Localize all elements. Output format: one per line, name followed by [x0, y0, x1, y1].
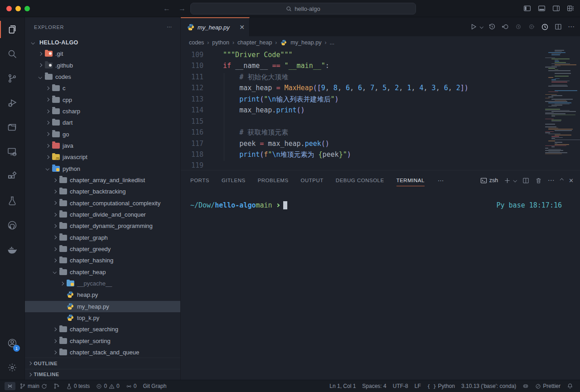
tree-item-javascript[interactable]: javascript	[25, 151, 180, 163]
split-editor-icon[interactable]	[555, 23, 562, 30]
breadcrumb-item[interactable]: my_heap.py	[290, 39, 321, 46]
python-interpreter[interactable]: 3.10.13 ('base': conda)	[459, 382, 518, 390]
close-window-button[interactable]	[6, 6, 12, 11]
explorer-more-actions-icon[interactable]: ⋯	[167, 24, 172, 30]
activity-source-control-icon[interactable]	[0, 66, 24, 91]
activity-remote-explorer-icon[interactable]	[0, 140, 24, 164]
panel-tab-gitlens[interactable]: GITLENS	[222, 170, 246, 190]
tree-item-chapter_sorting[interactable]: chapter_sorting	[25, 335, 180, 347]
history-forward-icon[interactable]: →	[179, 5, 186, 13]
tab-my-heap-py[interactable]: my_heap.py ✕	[181, 17, 250, 36]
breadcrumb-item[interactable]: ...	[329, 39, 334, 46]
customize-layout-icon[interactable]	[567, 5, 575, 12]
close-tab-icon[interactable]: ✕	[239, 24, 245, 31]
activity-extensions-icon[interactable]	[0, 164, 24, 189]
tests-indicator[interactable]: 0 tests	[64, 382, 92, 390]
tree-item-java[interactable]: java	[25, 140, 180, 151]
minimap[interactable]	[545, 50, 578, 153]
git-graph-button[interactable]: Git Graph	[140, 382, 169, 390]
remote-indicator[interactable]	[5, 382, 15, 390]
panel-more-actions-icon[interactable]: ⋯	[548, 176, 555, 184]
notifications[interactable]	[565, 382, 575, 390]
kill-terminal-trash-icon[interactable]	[535, 177, 542, 184]
activity-accounts-icon[interactable]: 1	[0, 331, 24, 355]
tree-item-chapter_hashing[interactable]: chapter_hashing	[25, 255, 180, 266]
tree-item-codes[interactable]: codes	[25, 71, 180, 82]
tree-item-dart[interactable]: dart	[25, 117, 180, 128]
git-graph-branch-button[interactable]	[51, 382, 62, 390]
breadcrumb-item[interactable]: codes	[189, 39, 204, 46]
tree-item-chapter_dynamic_programming[interactable]: chapter_dynamic_programming	[25, 220, 180, 232]
terminal-shell-selector[interactable]: zsh	[480, 177, 498, 184]
outline-section[interactable]: OUTLINE	[25, 358, 180, 369]
activity-settings-icon[interactable]	[0, 355, 24, 380]
tree-root-hello-algo[interactable]: HELLO-ALGO	[25, 37, 180, 48]
breadcrumb-item[interactable]: python	[212, 39, 229, 46]
tree-item-my_heap.py[interactable]: my_heap.py	[25, 301, 180, 312]
previous-change-icon[interactable]	[515, 23, 522, 30]
problems-indicator[interactable]: 0 0	[94, 382, 121, 390]
new-terminal-icon[interactable]	[504, 177, 511, 184]
tree-item-c[interactable]: c	[25, 82, 180, 94]
open-changes-icon[interactable]	[502, 23, 509, 30]
maximize-window-button[interactable]	[24, 6, 30, 11]
tree-item-chapter_divide_and_conquer[interactable]: chapter_divide_and_conquer	[25, 209, 180, 220]
cursor-position[interactable]: Ln 1, Col 1	[327, 382, 358, 390]
panel-tab-debug-console[interactable]: DEBUG CONSOLE	[336, 170, 384, 190]
tree-item-chapter_computational_complexity[interactable]: chapter_computational_complexity	[25, 197, 180, 208]
tree-item-chapter_greedy[interactable]: chapter_greedy	[25, 243, 180, 255]
panel-tab-problems[interactable]: PROBLEMS	[258, 170, 289, 190]
tree-item-heap.py[interactable]: heap.py	[25, 289, 180, 300]
history-back-icon[interactable]: ←	[163, 5, 170, 13]
panel-tab-ports[interactable]: PORTS	[190, 170, 209, 190]
toggle-sidebar-icon[interactable]	[523, 5, 531, 12]
activity-folder-explorer-icon[interactable]	[0, 115, 24, 140]
tree-item-chapter_heap[interactable]: chapter_heap	[25, 266, 180, 278]
indentation[interactable]: Spaces: 4	[360, 382, 388, 390]
eol-sequence[interactable]: LF	[412, 382, 423, 390]
tree-item-__pycache__[interactable]: __pycache__	[25, 278, 180, 289]
maximize-panel-icon[interactable]	[560, 179, 563, 182]
encoding[interactable]: UTF-8	[391, 382, 411, 390]
activity-run-debug-icon[interactable]	[0, 91, 24, 115]
panel-more-tabs-icon[interactable]: ⋯	[438, 177, 444, 184]
terminal[interactable]: ~/Dow/hello-algo main Py base 18:17:16	[181, 190, 580, 380]
timeline-history-icon[interactable]	[488, 23, 496, 30]
activity-testing-icon[interactable]	[0, 189, 24, 213]
next-change-icon[interactable]	[528, 23, 535, 30]
breadcrumb-item[interactable]: chapter_heap	[237, 39, 272, 46]
split-terminal-icon[interactable]	[522, 177, 529, 184]
toggle-secondary-sidebar-icon[interactable]	[552, 5, 560, 12]
close-panel-icon[interactable]: ✕	[569, 177, 574, 184]
activity-search-icon[interactable]	[0, 42, 24, 66]
code-editor[interactable]: 109"""Driver Code"""110if __name__ == "_…	[181, 48, 580, 170]
tree-item-chapter_backtracking[interactable]: chapter_backtracking	[25, 186, 180, 197]
editor-more-actions-icon[interactable]: ⋯	[568, 23, 575, 31]
activity-explorer-icon[interactable]	[0, 17, 24, 42]
activity-github-icon[interactable]	[0, 213, 24, 237]
activity-docker-icon[interactable]	[0, 237, 24, 262]
command-center-search[interactable]: hello-algo	[190, 3, 416, 15]
tree-item-chapter_searching[interactable]: chapter_searching	[25, 324, 180, 335]
copilot-status[interactable]	[520, 382, 531, 390]
gitlens-file-history-icon[interactable]	[541, 23, 549, 31]
git-branch-indicator[interactable]: main	[17, 382, 49, 390]
tree-item-csharp[interactable]: csharp	[25, 106, 180, 117]
tree-item-chapter_graph[interactable]: chapter_graph	[25, 232, 180, 243]
tree-item-cpp[interactable]: cpp	[25, 94, 180, 105]
tree-item-top_k.py[interactable]: top_k.py	[25, 312, 180, 324]
panel-tab-terminal[interactable]: TERMINAL	[396, 170, 425, 190]
prettier-status[interactable]: Prettier	[533, 382, 563, 390]
panel-tab-output[interactable]: OUTPUT	[301, 170, 324, 190]
feedback-indicator[interactable]: 0	[124, 382, 139, 390]
run-options-chevron-icon[interactable]	[479, 25, 483, 29]
tree-item-go[interactable]: go	[25, 128, 180, 140]
language-mode[interactable]: { } Python	[425, 382, 457, 390]
run-python-file-icon[interactable]	[470, 23, 477, 30]
tree-item-chapter_stack_and_queue[interactable]: chapter_stack_and_queue	[25, 347, 180, 358]
terminal-launch-chevron-icon[interactable]	[513, 179, 517, 182]
tree-item-.git[interactable]: .git	[25, 48, 180, 59]
tree-item-python[interactable]: python	[25, 163, 180, 174]
timeline-section[interactable]: TIMELINE	[25, 369, 180, 380]
toggle-panel-icon[interactable]	[538, 5, 546, 12]
